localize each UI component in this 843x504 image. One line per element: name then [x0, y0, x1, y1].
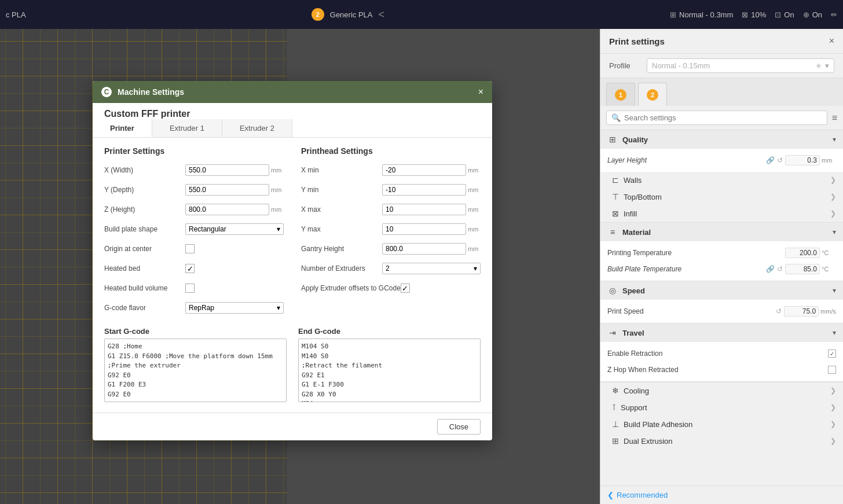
- dialog-close-x[interactable]: ×: [478, 87, 483, 97]
- build-plate-shape-label: Build plate shape: [104, 225, 185, 233]
- z-height-unit: mm: [271, 206, 284, 213]
- speed-section-header[interactable]: ◎ Speed ▾: [600, 281, 843, 300]
- build-plate-shape-select[interactable]: Rectangular ▾: [185, 223, 284, 235]
- layer-height-icons: 🔗 ↺: [766, 156, 783, 164]
- print-speed-value[interactable]: 75.0: [784, 306, 819, 317]
- z-height-input[interactable]: 800.0: [185, 204, 269, 215]
- normal-profile-btn[interactable]: ⊞ Normal - 0.3mm: [670, 10, 733, 19]
- gcode-flavor-label: G-code flavor: [104, 304, 185, 312]
- tab-extruder1[interactable]: Extruder 1: [152, 119, 222, 137]
- heated-volume-checkbox[interactable]: [185, 284, 195, 293]
- build-plate-icon: ⊥: [612, 420, 619, 429]
- dialog-close-button[interactable]: Close: [437, 419, 481, 435]
- infill-row[interactable]: ⊠ Infill ❯: [600, 205, 843, 222]
- cooling-title: Cooling: [624, 387, 830, 395]
- edit-icon[interactable]: ✏: [831, 10, 837, 19]
- print-speed-unit: mm/s: [820, 308, 836, 315]
- tab-extruder2[interactable]: Extruder 2: [222, 119, 292, 137]
- dialog-titlebar: C Machine Settings ×: [93, 81, 492, 103]
- layer-height-reset-icon[interactable]: ↺: [777, 156, 783, 164]
- machine-subtitle: Custom FFF printer: [93, 103, 492, 119]
- y-max-label: Y max: [301, 225, 382, 233]
- walls-row[interactable]: ⊏ Walls ❯: [600, 172, 843, 189]
- gcode-flavor-row: G-code flavor RepRap ▾: [104, 300, 284, 315]
- travel-section-header[interactable]: ⇥ Travel ▾: [600, 323, 843, 342]
- material-icon: ≡: [607, 227, 618, 237]
- travel-content: Enable Retraction ✓ Z Hop When Retracted: [600, 342, 843, 381]
- x-min-unit: mm: [468, 167, 481, 174]
- layer-height-value[interactable]: 0.3: [785, 155, 820, 165]
- cooling-row[interactable]: ❄ Cooling ❯: [600, 382, 843, 399]
- y-min-input[interactable]: -10: [382, 184, 466, 196]
- origin-center-row: Origin at center: [104, 241, 284, 256]
- settings-menu-icon[interactable]: ≡: [832, 113, 837, 123]
- print-speed-reset-icon[interactable]: ↺: [776, 307, 782, 315]
- x-max-unit: mm: [468, 206, 481, 213]
- quality-section: ⊞ Quality ▾ Layer Height 🔗 ↺ 0.3 mm ⊏: [600, 130, 843, 223]
- top-bottom-row[interactable]: ⊤ Top/Bottom ❯: [600, 189, 843, 205]
- enable-retraction-label: Enable Retraction: [607, 350, 828, 358]
- end-gcode-input[interactable]: M104 S0 M140 S0 ;Retract the filament G9…: [298, 339, 481, 402]
- quality-icon: ⊞: [607, 135, 618, 144]
- top-bottom-arrow: ❯: [830, 193, 836, 201]
- print-temp-value[interactable]: 200.0: [785, 248, 820, 258]
- enable-retraction-checkbox[interactable]: ✓: [828, 350, 836, 358]
- dialog-tabs: Printer Extruder 1 Extruder 2: [93, 119, 492, 138]
- layer-height-link-icon[interactable]: 🔗: [766, 156, 775, 164]
- quality-title: Quality: [622, 135, 828, 144]
- x-width-input[interactable]: 550.0: [185, 164, 269, 176]
- printer-settings-col: Printer Settings X (Width) 550.0 mm Y (D…: [104, 146, 284, 320]
- speed-icon: ◎: [607, 286, 618, 295]
- right-panel-close[interactable]: ×: [829, 36, 834, 46]
- travel-arrow: ▾: [833, 329, 836, 337]
- build-plate-temp-row: Build Plate Temperature 🔗 ↺ 85.0 °C: [600, 261, 843, 277]
- build-plate-adhesion-row[interactable]: ⊥ Build Plate Adhesion ❯: [600, 416, 843, 433]
- y-min-unit: mm: [468, 186, 481, 193]
- x-min-input[interactable]: -20: [382, 164, 466, 176]
- top-bar: c PLA 2 Generic PLA < ⊞ Normal - 0.3mm ⊠…: [0, 0, 843, 29]
- build-plate-temp-icons: 🔗 ↺: [766, 265, 783, 273]
- build-plate-temp-value[interactable]: 85.0: [785, 264, 820, 274]
- gantry-height-unit: mm: [468, 245, 481, 252]
- gcode-section: Start G-code G28 ;Home G1 Z15.0 F6000 ;M…: [104, 327, 481, 404]
- dual-extrusion-icon: ⊞: [612, 436, 619, 446]
- build-plate-link-icon[interactable]: 🔗: [766, 265, 775, 273]
- extruder-tab-2[interactable]: 2: [638, 83, 667, 106]
- num-extruders-select[interactable]: 2 ▾: [382, 263, 481, 274]
- dual-extrusion-row[interactable]: ⊞ Dual Extrusion ❯: [600, 433, 843, 450]
- y-max-input[interactable]: 10: [382, 223, 466, 235]
- nav-left-btn[interactable]: <: [378, 9, 384, 21]
- origin-center-checkbox[interactable]: [185, 244, 195, 253]
- material-left-label: c PLA: [6, 10, 26, 19]
- heated-bed-checkbox[interactable]: ✓: [185, 264, 195, 273]
- material-section-header[interactable]: ≡ Material ▾: [600, 223, 843, 241]
- y-max-row: Y max 10 mm: [301, 222, 481, 237]
- start-gcode-input[interactable]: G28 ;Home G1 Z15.0 F6000 ;Move the platf…: [104, 339, 287, 402]
- gcode-flavor-select[interactable]: RepRap ▾: [185, 302, 284, 314]
- gantry-height-input[interactable]: 800.0: [382, 243, 466, 255]
- z-hop-label: Z Hop When Retracted: [607, 366, 828, 374]
- x-max-input[interactable]: 10: [382, 204, 466, 215]
- build-plate-reset-icon[interactable]: ↺: [777, 265, 783, 273]
- support-btn[interactable]: ⊡ On: [775, 10, 794, 19]
- recommended-chevron-icon: ❮: [607, 491, 614, 499]
- apply-offsets-checkbox[interactable]: ✓: [401, 284, 410, 293]
- extruder-tab-1[interactable]: 1: [606, 83, 635, 106]
- material-arrow: ▾: [833, 228, 836, 236]
- dialog-title: Machine Settings: [118, 87, 472, 97]
- support-row[interactable]: ⊺ Support ❯: [600, 399, 843, 416]
- x-min-row: X min -20 mm: [301, 163, 481, 178]
- y-depth-input[interactable]: 550.0: [185, 184, 269, 196]
- tab-printer[interactable]: Printer: [93, 119, 152, 137]
- infill-btn[interactable]: ⊠ 10%: [742, 10, 766, 19]
- print-speed-row: Print Speed ↺ 75.0 mm/s: [600, 303, 843, 319]
- adhesion-btn[interactable]: ⊕ On: [803, 10, 822, 19]
- x-width-unit: mm: [271, 167, 284, 174]
- heated-volume-row: Heated build volume: [104, 281, 284, 296]
- z-hop-checkbox[interactable]: [828, 366, 836, 374]
- search-row: 🔍 ≡: [600, 106, 843, 130]
- profile-select[interactable]: Normal - 0.15mm ★ ▾: [647, 58, 834, 73]
- quality-section-header[interactable]: ⊞ Quality ▾: [600, 130, 843, 149]
- recommended-button[interactable]: ❮ Recommended: [607, 491, 668, 499]
- search-input[interactable]: [624, 113, 822, 122]
